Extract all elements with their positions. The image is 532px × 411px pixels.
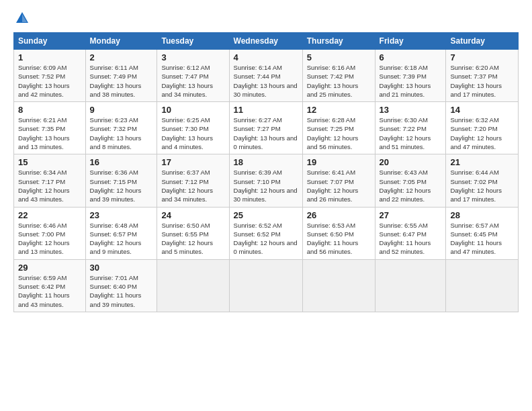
calendar-cell: 21 Sunrise: 6:44 AMSunset: 7:02 PMDaylig… (446, 154, 519, 207)
calendar-cell: 29 Sunrise: 6:59 AMSunset: 6:42 PMDaylig… (14, 259, 86, 312)
calendar-cell: 3 Sunrise: 6:12 AMSunset: 7:47 PMDayligh… (157, 50, 229, 102)
day-number: 6 (380, 52, 442, 62)
svg-marker-1 (22, 14, 27, 22)
calendar-cell: 2 Sunrise: 6:11 AMSunset: 7:49 PMDayligh… (85, 50, 157, 102)
day-number: 15 (18, 157, 81, 167)
calendar-cell: 6 Sunrise: 6:18 AMSunset: 7:39 PMDayligh… (375, 50, 446, 102)
day-info: Sunrise: 6:50 AMSunset: 6:55 PMDaylight:… (161, 222, 213, 256)
day-info: Sunrise: 6:57 AMSunset: 6:45 PMDaylight:… (450, 222, 502, 256)
calendar-cell: 24 Sunrise: 6:50 AMSunset: 6:55 PMDaylig… (157, 207, 229, 259)
calendar-cell (229, 259, 302, 312)
calendar-cell: 28 Sunrise: 6:57 AMSunset: 6:45 PMDaylig… (446, 207, 519, 259)
day-info: Sunrise: 6:16 AMSunset: 7:42 PMDaylight:… (307, 64, 359, 98)
calendar-cell (446, 259, 519, 312)
calendar-cell: 5 Sunrise: 6:16 AMSunset: 7:42 PMDayligh… (302, 50, 375, 102)
week-row-4: 22 Sunrise: 6:46 AMSunset: 7:00 PMDaylig… (14, 207, 519, 259)
calendar-cell: 19 Sunrise: 6:41 AMSunset: 7:07 PMDaylig… (302, 154, 375, 207)
day-info: Sunrise: 6:25 AMSunset: 7:30 PMDaylight:… (161, 116, 213, 150)
day-number: 30 (90, 263, 153, 273)
col-header-friday: Friday (375, 33, 446, 50)
col-header-monday: Monday (85, 33, 157, 50)
day-info: Sunrise: 6:12 AMSunset: 7:47 PMDaylight:… (161, 64, 213, 98)
calendar-cell: 7 Sunrise: 6:20 AMSunset: 7:37 PMDayligh… (446, 50, 519, 102)
day-number: 12 (307, 105, 371, 115)
day-info: Sunrise: 6:55 AMSunset: 6:47 PMDaylight:… (380, 222, 431, 256)
day-number: 20 (380, 157, 442, 167)
calendar-cell: 16 Sunrise: 6:36 AMSunset: 7:15 PMDaylig… (85, 154, 157, 207)
day-number: 5 (307, 52, 371, 62)
day-info: Sunrise: 6:09 AMSunset: 7:52 PMDaylight:… (18, 64, 70, 98)
day-number: 8 (18, 105, 81, 115)
day-number: 22 (18, 210, 81, 220)
calendar-cell: 23 Sunrise: 6:48 AMSunset: 6:57 PMDaylig… (85, 207, 157, 259)
calendar-cell: 1 Sunrise: 6:09 AMSunset: 7:52 PMDayligh… (14, 50, 86, 102)
day-info: Sunrise: 6:20 AMSunset: 7:37 PMDaylight:… (450, 64, 502, 98)
day-info: Sunrise: 6:14 AMSunset: 7:44 PMDaylight:… (234, 64, 298, 98)
col-header-wednesday: Wednesday (229, 33, 302, 50)
col-header-sunday: Sunday (14, 33, 86, 50)
calendar-cell: 25 Sunrise: 6:52 AMSunset: 6:52 PMDaylig… (229, 207, 302, 259)
day-number: 9 (90, 105, 153, 115)
day-number: 3 (161, 52, 224, 62)
day-info: Sunrise: 6:23 AMSunset: 7:32 PMDaylight:… (90, 116, 142, 150)
week-row-3: 15 Sunrise: 6:34 AMSunset: 7:17 PMDaylig… (14, 154, 519, 207)
calendar-cell: 18 Sunrise: 6:39 AMSunset: 7:10 PMDaylig… (229, 154, 302, 207)
day-number: 19 (307, 157, 371, 167)
day-info: Sunrise: 6:41 AMSunset: 7:07 PMDaylight:… (307, 169, 359, 203)
logo-icon (15, 11, 30, 26)
header-row: SundayMondayTuesdayWednesdayThursdayFrid… (14, 33, 519, 50)
day-number: 29 (18, 263, 81, 273)
logo (13, 11, 30, 26)
day-info: Sunrise: 6:52 AMSunset: 6:52 PMDaylight:… (234, 222, 298, 256)
calendar-cell: 12 Sunrise: 6:28 AMSunset: 7:25 PMDaylig… (302, 102, 375, 154)
day-info: Sunrise: 6:39 AMSunset: 7:10 PMDaylight:… (234, 169, 298, 203)
day-info: Sunrise: 6:53 AMSunset: 6:50 PMDaylight:… (307, 222, 359, 256)
week-row-1: 1 Sunrise: 6:09 AMSunset: 7:52 PMDayligh… (14, 50, 519, 102)
day-info: Sunrise: 6:18 AMSunset: 7:39 PMDaylight:… (380, 64, 431, 98)
day-number: 25 (234, 210, 298, 220)
calendar-cell: 14 Sunrise: 6:32 AMSunset: 7:20 PMDaylig… (446, 102, 519, 154)
week-row-5: 29 Sunrise: 6:59 AMSunset: 6:42 PMDaylig… (14, 259, 519, 312)
header (13, 11, 519, 26)
day-info: Sunrise: 6:11 AMSunset: 7:49 PMDaylight:… (90, 64, 142, 98)
day-info: Sunrise: 6:46 AMSunset: 7:00 PMDaylight:… (18, 222, 70, 256)
day-number: 23 (90, 210, 153, 220)
calendar-cell: 10 Sunrise: 6:25 AMSunset: 7:30 PMDaylig… (157, 102, 229, 154)
col-header-saturday: Saturday (446, 33, 519, 50)
day-info: Sunrise: 6:37 AMSunset: 7:12 PMDaylight:… (161, 169, 213, 203)
day-number: 24 (161, 210, 224, 220)
day-number: 7 (450, 52, 514, 62)
day-number: 1 (18, 52, 81, 62)
day-info: Sunrise: 6:28 AMSunset: 7:25 PMDaylight:… (307, 116, 359, 150)
day-info: Sunrise: 6:44 AMSunset: 7:02 PMDaylight:… (450, 169, 502, 203)
calendar-cell (157, 259, 229, 312)
calendar-cell: 11 Sunrise: 6:27 AMSunset: 7:27 PMDaylig… (229, 102, 302, 154)
day-info: Sunrise: 6:34 AMSunset: 7:17 PMDaylight:… (18, 169, 70, 203)
day-number: 28 (450, 210, 514, 220)
day-info: Sunrise: 6:30 AMSunset: 7:22 PMDaylight:… (380, 116, 431, 150)
calendar-cell: 9 Sunrise: 6:23 AMSunset: 7:32 PMDayligh… (85, 102, 157, 154)
day-number: 21 (450, 157, 514, 167)
col-header-thursday: Thursday (302, 33, 375, 50)
day-number: 11 (234, 105, 298, 115)
calendar-cell: 15 Sunrise: 6:34 AMSunset: 7:17 PMDaylig… (14, 154, 86, 207)
calendar-cell: 30 Sunrise: 7:01 AMSunset: 6:40 PMDaylig… (85, 259, 157, 312)
day-info: Sunrise: 6:21 AMSunset: 7:35 PMDaylight:… (18, 116, 70, 150)
day-info: Sunrise: 7:01 AMSunset: 6:40 PMDaylight:… (90, 274, 142, 308)
day-number: 10 (161, 105, 224, 115)
day-number: 17 (161, 157, 224, 167)
calendar-cell: 4 Sunrise: 6:14 AMSunset: 7:44 PMDayligh… (229, 50, 302, 102)
calendar-table: SundayMondayTuesdayWednesdayThursdayFrid… (13, 32, 519, 312)
calendar-cell: 8 Sunrise: 6:21 AMSunset: 7:35 PMDayligh… (14, 102, 86, 154)
day-info: Sunrise: 6:36 AMSunset: 7:15 PMDaylight:… (90, 169, 142, 203)
day-info: Sunrise: 6:32 AMSunset: 7:20 PMDaylight:… (450, 116, 502, 150)
day-number: 13 (380, 105, 442, 115)
day-info: Sunrise: 6:43 AMSunset: 7:05 PMDaylight:… (380, 169, 431, 203)
col-header-tuesday: Tuesday (157, 33, 229, 50)
day-number: 2 (90, 52, 153, 62)
calendar-cell: 27 Sunrise: 6:55 AMSunset: 6:47 PMDaylig… (375, 207, 446, 259)
calendar-cell: 17 Sunrise: 6:37 AMSunset: 7:12 PMDaylig… (157, 154, 229, 207)
page: SundayMondayTuesdayWednesdayThursdayFrid… (0, 0, 532, 319)
day-number: 18 (234, 157, 298, 167)
calendar-cell: 20 Sunrise: 6:43 AMSunset: 7:05 PMDaylig… (375, 154, 446, 207)
